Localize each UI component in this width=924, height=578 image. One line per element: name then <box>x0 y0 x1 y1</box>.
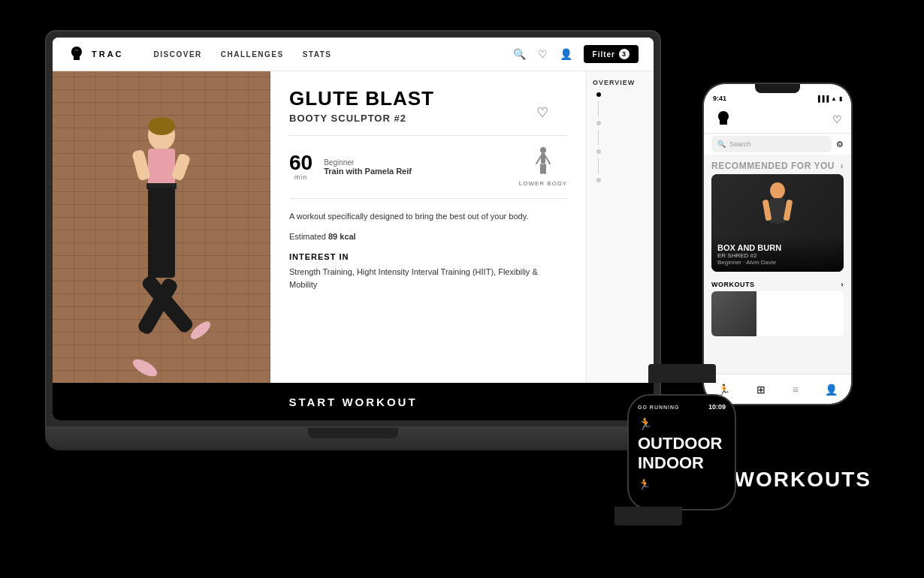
nav-links: DISCOVER CHALLENGES STATS <box>154 50 332 59</box>
phone-search-icon: 🔍 <box>717 140 726 148</box>
workout-title: GLUTE BLAST <box>289 88 567 110</box>
nav-brand: TRAC <box>92 50 124 59</box>
svg-rect-16 <box>543 164 546 174</box>
phone-content: RECOMMENDED FOR YOU › <box>704 155 851 374</box>
timeline-item-4 <box>596 178 648 182</box>
divider-1 <box>289 135 567 136</box>
watch-option-indoor[interactable]: INDOOR <box>638 454 726 472</box>
svg-line-13 <box>536 156 541 164</box>
phone-recommended-arrow[interactable]: › <box>841 161 844 171</box>
svg-point-9 <box>130 356 159 380</box>
interest-label: INTEREST IN <box>289 252 567 261</box>
watch-body: GO RUNNING 10:09 🏃 OUTDOOR INDOOR 🏃 <box>627 394 736 510</box>
phone-body: 9:41 ▐▐▐ ▲ ▮ ♡ <box>702 83 853 405</box>
nav-challenges[interactable]: CHALLENGES <box>221 50 284 59</box>
scene: TRAC DISCOVER CHALLENGES STATS 🔍 ♡ 👤 Fil… <box>0 0 924 578</box>
workout-details: GLUTE BLAST BOOTY SCULPTOR #2 ♡ 60 min <box>270 71 586 383</box>
timeline-line-3 <box>598 158 599 173</box>
phone-workouts-header: WORKOUTS › <box>704 278 851 291</box>
timeline-dot-2 <box>596 121 601 125</box>
nav-discover[interactable]: DISCOVER <box>154 50 202 59</box>
watch-band-bottom <box>614 507 682 525</box>
smartwatch: GO RUNNING 10:09 🏃 OUTDOOR INDOOR 🏃 <box>627 379 736 510</box>
heart-icon[interactable]: ♡ <box>537 48 549 60</box>
user-icon[interactable]: 👤 <box>560 48 572 60</box>
watch-time: 10:09 <box>708 403 726 411</box>
phone-puma-logo <box>713 110 734 128</box>
phone-screen: 9:41 ▐▐▐ ▲ ▮ ♡ <box>704 84 851 404</box>
body-part-label: LOWER BODY <box>519 180 567 187</box>
phone-workout-row-1[interactable] <box>711 291 844 336</box>
puma-logo-icon <box>68 45 86 63</box>
nav-stats[interactable]: STATS <box>303 50 332 59</box>
tab-list-icon[interactable]: ≡ <box>793 384 799 396</box>
workout-trainer: Train with Pamela Reif <box>324 167 508 176</box>
phone-header: ♡ <box>704 105 851 134</box>
workout-subtitle: BOOTY SCULPTOR #2 <box>289 113 567 124</box>
phone-workouts-arrow[interactable]: › <box>841 281 844 288</box>
phone-workout-thumb-1 <box>711 291 756 336</box>
timeline-item-1 <box>596 92 648 97</box>
timeline-dot-4 <box>596 178 601 182</box>
phone-search-bar[interactable]: 🔍 Search <box>711 136 832 152</box>
laptop-screen: TRAC DISCOVER CHALLENGES STATS 🔍 ♡ 👤 Fil… <box>53 38 654 420</box>
timeline-item-3 <box>596 149 648 154</box>
overview-sidebar: OVERVIEW <box>586 71 654 383</box>
watch-screen: GO RUNNING 10:09 🏃 OUTDOOR INDOOR 🏃 <box>629 396 735 509</box>
laptop-body: TRAC DISCOVER CHALLENGES STATS 🔍 ♡ 👤 Fil… <box>45 30 661 428</box>
overview-timeline <box>593 92 648 182</box>
nav-bar: TRAC DISCOVER CHALLENGES STATS 🔍 ♡ 👤 Fil… <box>53 38 654 71</box>
phone-filter-icon[interactable]: ⚙ <box>836 140 844 149</box>
nav-right: 🔍 ♡ 👤 Filter 3 <box>514 45 639 63</box>
signal-icon: ▐▐▐ <box>816 95 829 102</box>
phone-notch <box>755 84 800 93</box>
duration-number: 60 <box>289 152 313 173</box>
favorite-button[interactable]: ♡ <box>536 104 548 121</box>
phone-heart-icon[interactable]: ♡ <box>832 113 842 125</box>
tab-profile-icon[interactable]: 👤 <box>825 384 838 396</box>
interest-text: Strength Training, Hight Intensity Inter… <box>289 266 567 291</box>
overview-label: OVERVIEW <box>593 79 648 86</box>
phone-time: 9:41 <box>713 95 726 102</box>
start-workout-text: START WORKOUT <box>288 396 417 408</box>
start-workout-bar[interactable]: START WORKOUT <box>53 383 654 420</box>
filter-count-badge: 3 <box>619 49 630 59</box>
battery-icon: ▮ <box>839 95 842 102</box>
tab-grid-icon[interactable]: ⊞ <box>756 384 765 396</box>
svg-rect-2 <box>148 149 175 186</box>
svg-point-1 <box>148 117 175 135</box>
laptop-base-notch <box>308 428 398 438</box>
phone-search-container: 🔍 Search ⚙ <box>704 134 851 155</box>
watch-footer-icon: 🏃 <box>638 478 726 490</box>
nav-logo: TRAC <box>68 45 124 63</box>
timeline-line-2 <box>598 130 599 145</box>
timeline-line-1 <box>598 101 599 116</box>
laptop: TRAC DISCOVER CHALLENGES STATS 🔍 ♡ 👤 Fil… <box>45 30 661 450</box>
wifi-icon: ▲ <box>831 95 837 102</box>
workout-description: A workout specifically designed to bring… <box>289 210 567 224</box>
phone-card-title: BOX AND BURN <box>717 243 838 252</box>
watch-band-top <box>648 364 716 383</box>
body-part-icon: LOWER BODY <box>519 147 567 187</box>
watch-activity: GO RUNNING <box>638 405 680 410</box>
filter-button[interactable]: Filter 3 <box>584 45 639 63</box>
timeline-dot-1 <box>596 92 601 97</box>
svg-rect-18 <box>770 198 785 224</box>
svg-line-14 <box>545 156 550 164</box>
phone-featured-card[interactable]: BOX AND BURN ER SHRED #2 Beginner · Alvi… <box>711 174 844 272</box>
workout-duration: 60 min <box>289 152 313 181</box>
svg-rect-6 <box>148 188 175 278</box>
search-icon[interactable]: 🔍 <box>514 48 526 60</box>
svg-point-17 <box>770 182 785 199</box>
phone-card-info: BOX AND BURN ER SHRED #2 Beginner · Alvi… <box>711 237 844 272</box>
laptop-base <box>45 428 661 450</box>
phone-card-subtitle: ER SHRED #2 <box>717 252 838 259</box>
workout-meta: 60 min Beginner Train with Pamela Reif <box>289 147 567 187</box>
workout-header: GLUTE BLAST BOOTY SCULPTOR #2 ♡ <box>289 88 567 124</box>
workouts-hero-text: WorkOutS <box>735 468 871 492</box>
workout-level: Beginner <box>324 158 508 167</box>
phone-recommended-header: RECOMMENDED FOR YOU › <box>704 155 851 174</box>
main-content: GLUTE BLAST BOOTY SCULPTOR #2 ♡ 60 min <box>53 71 654 383</box>
watch-header: GO RUNNING 10:09 <box>638 403 726 411</box>
watch-option-outdoor[interactable]: OUTDOOR <box>638 435 726 453</box>
